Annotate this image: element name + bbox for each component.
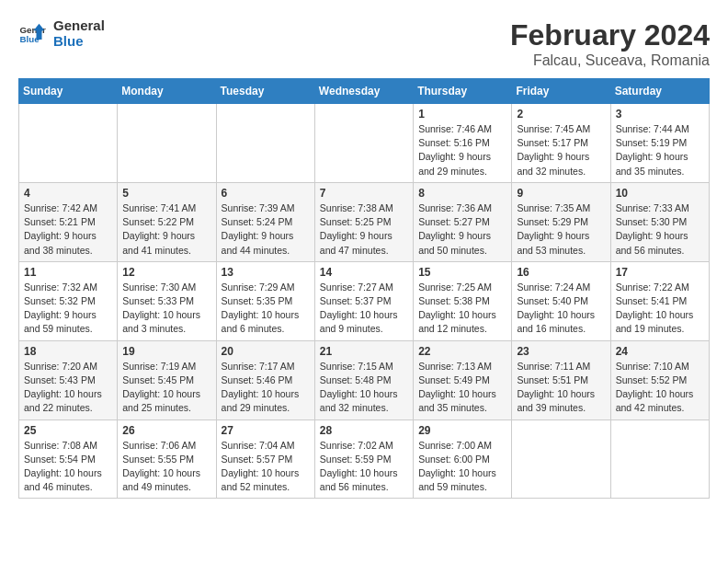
weekday-row: SundayMondayTuesdayWednesdayThursdayFrid… [19,79,710,104]
calendar-day-cell: 4Sunrise: 7:42 AMSunset: 5:21 PMDaylight… [19,182,118,261]
day-info: Sunrise: 7:33 AMSunset: 5:30 PMDaylight:… [616,201,704,258]
calendar-day-cell: 6Sunrise: 7:39 AMSunset: 5:24 PMDaylight… [216,182,314,261]
day-number: 9 [517,187,605,200]
calendar-day-cell: 1Sunrise: 7:46 AMSunset: 5:16 PMDaylight… [414,104,512,183]
calendar-day-cell [314,104,413,183]
calendar-day-cell: 19Sunrise: 7:19 AMSunset: 5:45 PMDayligh… [118,340,216,419]
calendar-day-cell: 17Sunrise: 7:22 AMSunset: 5:41 PMDayligh… [610,261,709,340]
day-number: 15 [418,266,506,279]
day-number: 19 [122,345,210,358]
calendar-day-cell: 5Sunrise: 7:41 AMSunset: 5:22 PMDaylight… [118,182,216,261]
day-info: Sunrise: 7:19 AMSunset: 5:45 PMDaylight:… [122,360,210,416]
day-info: Sunrise: 7:04 AMSunset: 5:57 PMDaylight:… [222,439,310,495]
calendar-title: February 2024 [510,18,710,52]
logo-icon: General Blue [18,20,46,48]
calendar-day-cell: 8Sunrise: 7:36 AMSunset: 5:27 PMDaylight… [414,182,512,261]
logo-text: General [53,18,105,34]
day-info: Sunrise: 7:27 AMSunset: 5:37 PMDaylight:… [320,281,408,337]
day-info: Sunrise: 7:10 AMSunset: 5:52 PMDaylight:… [616,360,704,416]
calendar-day-cell [118,104,216,183]
day-number: 1 [418,108,506,121]
day-info: Sunrise: 7:38 AMSunset: 5:25 PMDaylight:… [320,201,408,258]
calendar-header: SundayMondayTuesdayWednesdayThursdayFrid… [19,79,710,104]
day-number: 4 [24,187,112,200]
calendar-day-cell: 24Sunrise: 7:10 AMSunset: 5:52 PMDayligh… [610,340,709,419]
calendar-week-row: 4Sunrise: 7:42 AMSunset: 5:21 PMDaylight… [19,182,710,261]
day-number: 18 [24,345,112,358]
calendar-day-cell: 23Sunrise: 7:11 AMSunset: 5:51 PMDayligh… [512,340,610,419]
day-number: 5 [122,187,210,200]
calendar-week-row: 18Sunrise: 7:20 AMSunset: 5:43 PMDayligh… [19,340,710,419]
calendar-week-row: 1Sunrise: 7:46 AMSunset: 5:16 PMDaylight… [19,104,710,183]
calendar-subtitle: Falcau, Suceava, Romania [510,52,710,69]
day-number: 12 [122,266,210,279]
day-number: 16 [517,266,605,279]
day-number: 11 [24,266,112,279]
day-info: Sunrise: 7:15 AMSunset: 5:48 PMDaylight:… [320,360,408,416]
day-number: 29 [418,424,506,437]
day-info: Sunrise: 7:22 AMSunset: 5:41 PMDaylight:… [616,281,704,337]
page-header: General Blue General Blue February 2024 … [18,18,710,69]
calendar-week-row: 25Sunrise: 7:08 AMSunset: 5:54 PMDayligh… [19,419,710,499]
day-info: Sunrise: 7:29 AMSunset: 5:35 PMDaylight:… [222,281,310,337]
calendar-title-area: February 2024 Falcau, Suceava, Romania [510,18,710,69]
day-info: Sunrise: 7:02 AMSunset: 5:59 PMDaylight:… [320,439,408,495]
weekday-header: Friday [512,79,610,104]
calendar-day-cell: 28Sunrise: 7:02 AMSunset: 5:59 PMDayligh… [314,419,413,499]
day-info: Sunrise: 7:39 AMSunset: 5:24 PMDaylight:… [222,201,310,258]
day-info: Sunrise: 7:46 AMSunset: 5:16 PMDaylight:… [418,122,506,178]
day-number: 22 [418,345,506,358]
day-info: Sunrise: 7:32 AMSunset: 5:32 PMDaylight:… [24,281,112,337]
calendar-day-cell: 27Sunrise: 7:04 AMSunset: 5:57 PMDayligh… [216,419,314,499]
day-number: 25 [24,424,112,437]
calendar-day-cell: 10Sunrise: 7:33 AMSunset: 5:30 PMDayligh… [610,182,709,261]
day-info: Sunrise: 7:42 AMSunset: 5:21 PMDaylight:… [24,201,112,258]
day-info: Sunrise: 7:13 AMSunset: 5:49 PMDaylight:… [418,360,506,416]
day-info: Sunrise: 7:08 AMSunset: 5:54 PMDaylight:… [24,439,112,495]
calendar-day-cell [216,104,314,183]
day-info: Sunrise: 7:41 AMSunset: 5:22 PMDaylight:… [122,201,210,258]
calendar-table: SundayMondayTuesdayWednesdayThursdayFrid… [18,78,710,499]
calendar-day-cell: 16Sunrise: 7:24 AMSunset: 5:40 PMDayligh… [512,261,610,340]
calendar-day-cell: 15Sunrise: 7:25 AMSunset: 5:38 PMDayligh… [414,261,512,340]
day-info: Sunrise: 7:00 AMSunset: 6:00 PMDaylight:… [418,439,506,495]
calendar-day-cell: 29Sunrise: 7:00 AMSunset: 6:00 PMDayligh… [414,419,512,499]
calendar-body: 1Sunrise: 7:46 AMSunset: 5:16 PMDaylight… [19,104,710,499]
calendar-day-cell: 13Sunrise: 7:29 AMSunset: 5:35 PMDayligh… [216,261,314,340]
day-number: 28 [320,424,408,437]
calendar-day-cell: 21Sunrise: 7:15 AMSunset: 5:48 PMDayligh… [314,340,413,419]
day-number: 21 [320,345,408,358]
weekday-header: Monday [118,79,216,104]
calendar-day-cell: 20Sunrise: 7:17 AMSunset: 5:46 PMDayligh… [216,340,314,419]
day-info: Sunrise: 7:17 AMSunset: 5:46 PMDaylight:… [222,360,310,416]
day-number: 10 [616,187,704,200]
day-number: 26 [122,424,210,437]
day-info: Sunrise: 7:44 AMSunset: 5:19 PMDaylight:… [616,122,704,178]
weekday-header: Thursday [414,79,512,104]
day-number: 7 [320,187,408,200]
calendar-day-cell: 18Sunrise: 7:20 AMSunset: 5:43 PMDayligh… [19,340,118,419]
calendar-day-cell: 22Sunrise: 7:13 AMSunset: 5:49 PMDayligh… [414,340,512,419]
day-number: 24 [616,345,704,358]
day-number: 2 [517,108,605,121]
day-number: 14 [320,266,408,279]
calendar-day-cell: 14Sunrise: 7:27 AMSunset: 5:37 PMDayligh… [314,261,413,340]
day-info: Sunrise: 7:06 AMSunset: 5:55 PMDaylight:… [122,439,210,495]
calendar-day-cell: 12Sunrise: 7:30 AMSunset: 5:33 PMDayligh… [118,261,216,340]
day-number: 13 [222,266,310,279]
calendar-day-cell [610,419,709,499]
day-info: Sunrise: 7:11 AMSunset: 5:51 PMDaylight:… [517,360,605,416]
day-info: Sunrise: 7:20 AMSunset: 5:43 PMDaylight:… [24,360,112,416]
calendar-day-cell: 7Sunrise: 7:38 AMSunset: 5:25 PMDaylight… [314,182,413,261]
weekday-header: Tuesday [216,79,314,104]
day-info: Sunrise: 7:45 AMSunset: 5:17 PMDaylight:… [517,122,605,178]
weekday-header: Wednesday [314,79,413,104]
day-number: 23 [517,345,605,358]
day-info: Sunrise: 7:35 AMSunset: 5:29 PMDaylight:… [517,201,605,258]
calendar-day-cell [512,419,610,499]
day-number: 20 [222,345,310,358]
logo: General Blue General Blue [18,18,105,49]
day-number: 8 [418,187,506,200]
day-info: Sunrise: 7:30 AMSunset: 5:33 PMDaylight:… [122,281,210,337]
day-info: Sunrise: 7:25 AMSunset: 5:38 PMDaylight:… [418,281,506,337]
